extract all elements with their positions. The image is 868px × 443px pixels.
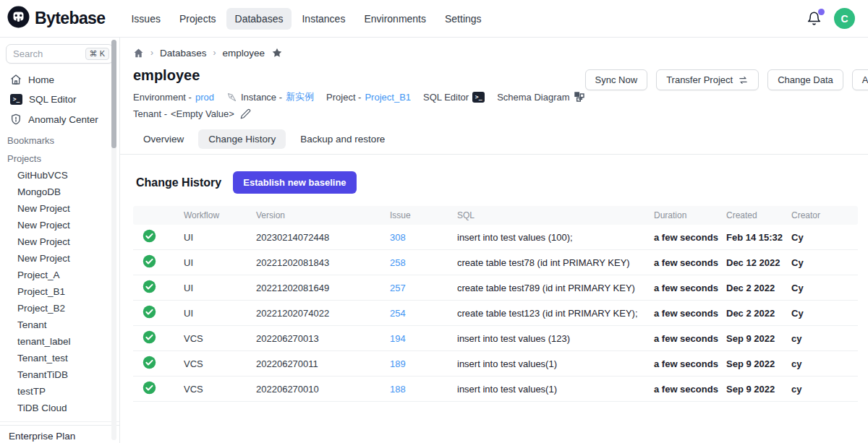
sidebar-project-testtp[interactable]: testTP [0, 383, 119, 400]
sidebar-project-tenanttidb[interactable]: TenantTiDB [0, 366, 119, 383]
version-cell: 202206270010 [256, 377, 390, 402]
nav-link-projects[interactable]: Projects [171, 8, 225, 30]
page-title: employee [133, 67, 585, 84]
nav-link-databases[interactable]: Databases [226, 8, 292, 30]
main-nav: IssuesProjectsDatabasesInstancesEnvironm… [122, 8, 490, 30]
sidebar-nav: Home >_ SQL Editor Anomaly Center [0, 69, 119, 129]
column-header-version: Version [256, 206, 390, 225]
bookmarks-section-label: Bookmarks [0, 129, 119, 147]
creator-cell: Cy [791, 301, 858, 326]
establish-baseline-button[interactable]: Establish new baseline [233, 171, 356, 194]
issue-link[interactable]: 194 [390, 333, 406, 344]
schema-diagram-shortcut[interactable]: Schema Diagram [497, 91, 584, 103]
table-row: UI20230214072448308insert into test valu… [133, 225, 858, 250]
tab-change-history[interactable]: Change History [198, 129, 286, 149]
sidebar-project-tidb-cloud[interactable]: TiDB Cloud [0, 400, 119, 416]
user-avatar[interactable]: C [834, 8, 855, 29]
breadcrumb-employee[interactable]: employee [223, 48, 265, 59]
workflow-cell: VCS [184, 326, 256, 351]
nav-link-instances[interactable]: Instances [293, 8, 354, 30]
sidebar-project-project-b1[interactable]: Project_B1 [0, 283, 119, 300]
sidebar-project-mongodb[interactable]: MongoDB [0, 184, 119, 200]
success-check-icon [142, 356, 156, 369]
sidebar-item-home[interactable]: Home [0, 69, 119, 90]
duration-cell: a few seconds [654, 250, 726, 275]
success-check-icon [142, 330, 156, 344]
workflow-cell: UI [184, 250, 256, 275]
nav-link-environments[interactable]: Environments [355, 8, 435, 30]
nav-link-issues[interactable]: Issues [122, 8, 169, 30]
issue-link[interactable]: 188 [390, 384, 406, 395]
status-done-badge [142, 280, 156, 293]
issue-cell: 188 [390, 377, 457, 402]
sql-cell: insert into test values(1) [457, 351, 654, 377]
duration-cell: a few seconds [654, 377, 726, 402]
sidebar-scrollbar-thumb[interactable] [111, 40, 116, 148]
sidebar-project-githubvcs[interactable]: GitHubVCS [0, 167, 119, 184]
tenant-value: <Empty Value> [171, 108, 234, 119]
sql-editor-shortcut[interactable]: SQL Editor >_ [423, 92, 485, 103]
change-data-button[interactable]: Change Data [767, 69, 843, 90]
notifications-button[interactable] [807, 11, 822, 27]
nav-link-settings[interactable]: Settings [436, 8, 490, 30]
plan-label[interactable]: Enterprise Plan [0, 425, 119, 443]
sidebar-project-new-project[interactable]: New Project [0, 200, 119, 217]
tab-overview[interactable]: Overview [133, 129, 194, 149]
column-header-sql: SQL [457, 206, 654, 225]
environment-link[interactable]: prod [195, 92, 214, 103]
sidebar-project-new-project[interactable]: New Project [0, 233, 119, 250]
tab-backup-and-restore[interactable]: Backup and restore [290, 129, 395, 149]
duration-cell: a few seconds [654, 351, 726, 377]
version-cell: 20221202081649 [256, 275, 390, 301]
sql-cell: create table test789 (id int PRIMARY KEY… [457, 275, 654, 301]
status-done-badge [142, 305, 156, 319]
status-done-badge [142, 229, 156, 243]
issue-link[interactable]: 254 [390, 308, 406, 319]
sidebar-project-project-b2[interactable]: Project_B2 [0, 300, 119, 317]
sql-cell: insert into test values (123) [457, 326, 654, 351]
schema-diagram-label: Schema Diagram [497, 92, 569, 103]
created-cell: Dec 2 2022 [726, 275, 791, 301]
table-row: UI20221202081843258create table test78 (… [133, 250, 858, 275]
sidebar-item-anomaly-center[interactable]: Anomaly Center [0, 109, 119, 129]
sidebar-projects-list: GitHubVCSMongoDBNew ProjectNew ProjectNe… [0, 167, 119, 416]
breadcrumb-databases[interactable]: Databases [160, 48, 207, 59]
sidebar-project-tenant-label[interactable]: tenant_label [0, 333, 119, 350]
alter-schema-button[interactable]: Alter Schema [852, 69, 868, 90]
projects-section-label: Projects [0, 147, 119, 165]
sidebar-item-label: Home [28, 74, 54, 85]
issue-link[interactable]: 308 [390, 232, 406, 243]
edit-pencil-icon[interactable] [240, 108, 251, 119]
project-meta: Project - Project_B1 [326, 92, 411, 103]
sidebar-project-new-project[interactable]: New Project [0, 250, 119, 267]
column-header-status [133, 206, 184, 225]
main-content: › Databases › employee employee Environm… [120, 38, 868, 443]
sql-cell: insert into test values (100); [457, 225, 654, 250]
bytebase-logo[interactable]: Bytebase [7, 6, 105, 31]
bookmark-star-icon[interactable] [271, 47, 283, 59]
status-done-badge [142, 356, 156, 369]
sidebar-item-label: SQL Editor [29, 94, 77, 105]
breadcrumb-home-icon[interactable] [133, 48, 144, 59]
instance-link[interactable]: 新实例 [286, 90, 314, 103]
project-link[interactable]: Project_B1 [365, 92, 411, 103]
sql-editor-icon: >_ [472, 92, 485, 103]
issue-link[interactable]: 257 [390, 283, 406, 293]
sidebar-item-sql-editor[interactable]: >_ SQL Editor [0, 90, 119, 109]
search-input[interactable]: Search ⌘ K [6, 44, 114, 64]
transfer-project-button[interactable]: Transfer Project [656, 69, 759, 90]
workflow-cell: VCS [184, 377, 256, 402]
workflow-cell: VCS [184, 351, 256, 377]
created-cell: Sep 9 2022 [726, 377, 791, 402]
sidebar-project-tenant[interactable]: Tenant [0, 317, 119, 333]
change-history-table: WorkflowVersionIssueSQLDurationCreatedCr… [133, 206, 858, 402]
issue-link[interactable]: 258 [390, 257, 406, 268]
workflow-cell: UI [184, 301, 256, 326]
created-cell: Dec 2 2022 [726, 301, 791, 326]
sidebar-project-new-project[interactable]: New Project [0, 217, 119, 233]
table-row: VCS202206270013194insert into test value… [133, 326, 858, 351]
sidebar-project-tenant-test[interactable]: Tenant_test [0, 350, 119, 366]
issue-link[interactable]: 189 [390, 358, 406, 369]
sync-now-button[interactable]: Sync Now [585, 69, 648, 90]
sidebar-project-project-a[interactable]: Project_A [0, 267, 119, 283]
